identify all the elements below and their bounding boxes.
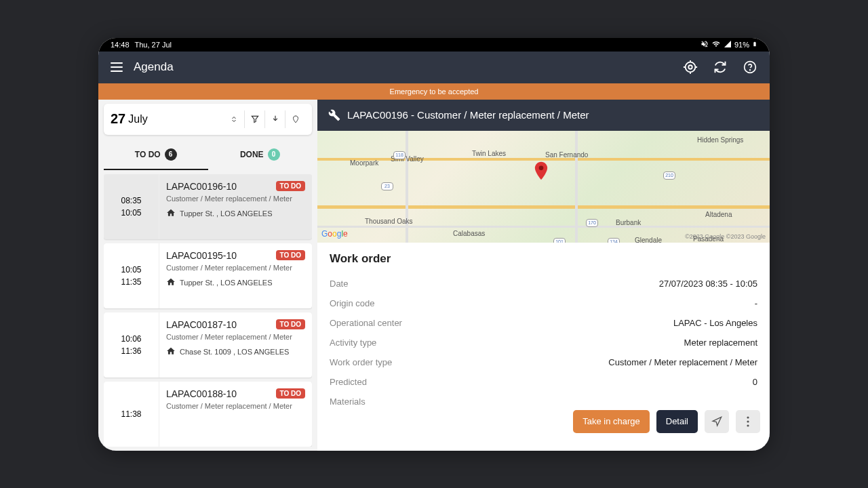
- navigate-button[interactable]: [705, 410, 729, 433]
- map[interactable]: Moorpark Simi Valley Twin Lakes San Fern…: [317, 131, 770, 243]
- pin-outline-icon[interactable]: [285, 110, 305, 128]
- work-order-card[interactable]: 11:38LAPAC00188-10TO DOCustomer / Meter …: [104, 382, 312, 447]
- map-label: San Fernando: [545, 151, 588, 159]
- map-label: Calabasas: [453, 230, 485, 237]
- download-icon[interactable]: [264, 110, 285, 128]
- status-badge: TO DO: [276, 181, 305, 191]
- map-label: Burbank: [616, 219, 641, 226]
- wo-address: Tupper St. , LOS ANGELES: [166, 277, 305, 288]
- field-row: Activity typeMeter replacement: [330, 333, 757, 352]
- svg-point-8: [539, 165, 544, 170]
- wo-address: Tupper St. , LOS ANGELES: [166, 208, 305, 219]
- section-title: Work order: [330, 252, 757, 266]
- field-value: 27/07/2023 08:35 - 10:05: [659, 279, 757, 289]
- status-badge: TO DO: [276, 250, 305, 260]
- map-label: Hidden Springs: [697, 136, 743, 144]
- field-label: Date: [330, 279, 348, 289]
- field-row: Predicted0: [330, 372, 757, 392]
- svg-point-11: [747, 424, 749, 426]
- work-order-card[interactable]: 10:0511:35LAPAC00195-10TO DOCustomer / M…: [104, 243, 312, 308]
- field-row: Work order typeCustomer / Meter replacem…: [330, 352, 757, 372]
- svg-point-10: [747, 420, 749, 422]
- wo-id: LAPAC00195-10: [166, 250, 237, 261]
- battery-icon: [752, 40, 757, 49]
- field-row: Materials: [330, 392, 757, 411]
- field-label: Activity type: [330, 338, 376, 348]
- signal-icon: [724, 40, 732, 49]
- status-badge: TO DO: [276, 319, 305, 329]
- wo-address: Chase St. 1009 , LOS ANGELES: [166, 346, 305, 357]
- emergency-text: Emergency to be accepted: [390, 87, 479, 96]
- wo-description: Customer / Meter replacement / Meter: [166, 333, 305, 341]
- svg-point-1: [686, 62, 696, 73]
- field-label: Operational center: [330, 318, 402, 328]
- tab-done-label: DONE: [240, 150, 264, 159]
- wifi-icon: [711, 40, 721, 49]
- wo-id: LAPAC00187-10: [166, 319, 237, 330]
- house-icon: [166, 208, 176, 219]
- field-value: Meter replacement: [684, 338, 757, 348]
- wo-time: 11:38: [104, 382, 159, 447]
- android-status-bar: 14:48 Thu, 27 Jul 91%: [98, 38, 770, 52]
- tab-done-count: 0: [268, 148, 280, 161]
- wo-time: 10:0611:36: [104, 312, 159, 378]
- tab-todo[interactable]: TO DO 6: [104, 139, 208, 170]
- mute-icon: [701, 40, 709, 49]
- status-time: 14:48: [111, 41, 130, 49]
- work-order-card[interactable]: 10:0611:36LAPAC00187-10TO DOCustomer / M…: [104, 312, 312, 378]
- action-bar: Take in charge Detail: [573, 410, 760, 433]
- sidebar: 27 July: [98, 100, 317, 451]
- field-value: Customer / Meter replacement / Meter: [608, 357, 757, 367]
- tab-todo-count: 6: [165, 148, 177, 161]
- detail-header-title: LAPAC00196 - Customer / Meter replacemen…: [347, 109, 589, 121]
- work-order-list: 08:3510:05LAPAC00196-10TO DOCustomer / M…: [104, 174, 312, 447]
- google-logo: Google: [321, 229, 348, 239]
- locate-icon[interactable]: [683, 60, 698, 75]
- detail-panel: LAPAC00196 - Customer / Meter replacemen…: [317, 100, 770, 451]
- map-label: Moorpark: [350, 159, 378, 167]
- field-label: Origin code: [330, 298, 374, 308]
- wrench-icon: [328, 109, 340, 121]
- wo-time: 08:3510:05: [104, 174, 159, 239]
- page-title: Agenda: [134, 60, 174, 74]
- field-value: -: [755, 298, 757, 308]
- tablet-frame: 14:48 Thu, 27 Jul 91% Agenda: [98, 38, 770, 451]
- wo-description: Customer / Meter replacement / Meter: [166, 264, 305, 272]
- work-order-card[interactable]: 08:3510:05LAPAC00196-10TO DOCustomer / M…: [104, 174, 312, 239]
- filter-icon[interactable]: [244, 110, 264, 128]
- detail-button[interactable]: Detail: [656, 410, 698, 433]
- map-copyright: ©2023 Google ©2023 Google: [685, 233, 766, 240]
- map-label: Glendale: [635, 237, 662, 243]
- map-label: Altadena: [705, 211, 732, 218]
- field-row: Operational centerLAPAC - Los Angeles: [330, 313, 757, 333]
- status-badge: TO DO: [276, 388, 305, 399]
- help-icon[interactable]: [743, 60, 757, 75]
- wo-time: 10:0511:35: [104, 243, 159, 308]
- date-day[interactable]: 27: [111, 111, 125, 127]
- field-value: 0: [753, 377, 757, 387]
- tab-done[interactable]: DONE 0: [208, 139, 313, 170]
- wo-id: LAPAC00188-10: [166, 388, 237, 399]
- wo-description: Customer / Meter replacement / Meter: [166, 195, 305, 203]
- more-options-button[interactable]: [736, 410, 760, 433]
- wo-id: LAPAC00196-10: [166, 181, 237, 192]
- date-month[interactable]: July: [128, 113, 147, 125]
- field-value: LAPAC - Los Angeles: [673, 318, 757, 328]
- field-label: Materials: [330, 396, 366, 407]
- svg-point-9: [747, 416, 749, 418]
- take-in-charge-button[interactable]: Take in charge: [573, 410, 650, 433]
- emergency-banner[interactable]: Emergency to be accepted: [98, 83, 770, 100]
- field-row: Date27/07/2023 08:35 - 10:05: [330, 274, 757, 293]
- house-icon: [166, 346, 176, 357]
- hamburger-menu-icon[interactable]: [111, 62, 123, 72]
- field-label: Work order type: [330, 357, 392, 367]
- status-date: Thu, 27 Jul: [135, 41, 172, 49]
- battery-percent: 91%: [734, 41, 749, 49]
- field-row: Origin code-: [330, 293, 757, 313]
- svg-point-0: [688, 65, 692, 69]
- map-label: Thousand Oaks: [365, 218, 413, 225]
- map-pin-icon[interactable]: [534, 161, 548, 180]
- sort-icon[interactable]: [224, 110, 244, 128]
- house-icon: [166, 277, 176, 288]
- refresh-icon[interactable]: [713, 60, 728, 75]
